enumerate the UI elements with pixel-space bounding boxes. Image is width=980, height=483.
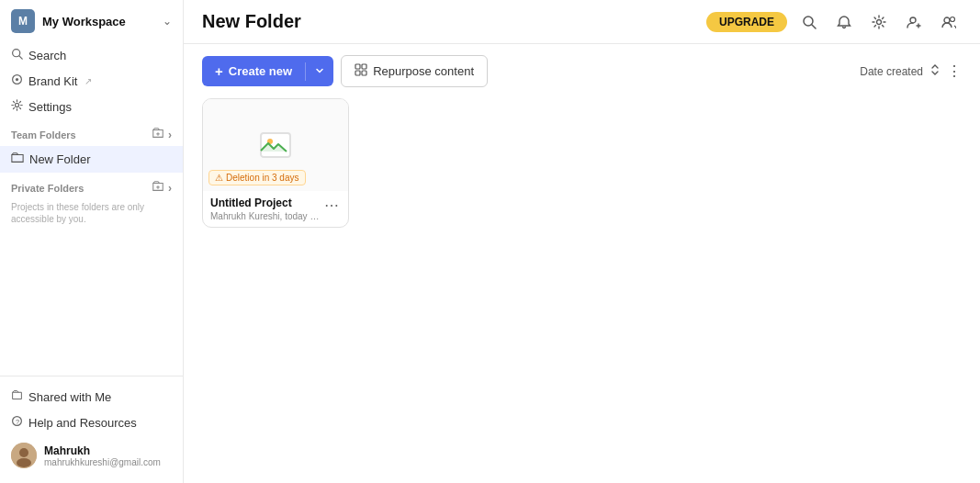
project-details: Untitled Project Mahrukh Kureshi, today … <box>210 197 322 221</box>
deletion-badge-text: Deletion in 3 days <box>226 173 299 183</box>
svg-rect-25 <box>362 71 366 75</box>
workspace-header[interactable]: M My Workspace ⌄ <box>0 0 183 42</box>
brand-kit-label: Brand Kit <box>28 74 77 88</box>
toolbar-left: + Create new Repurpose content <box>202 55 488 87</box>
create-new-button[interactable]: + Create new <box>202 56 333 86</box>
folder-icon <box>11 152 24 167</box>
toolbar-right: Date created ⋮ <box>860 62 962 80</box>
svg-point-17 <box>910 17 916 23</box>
help-label: Help and Resources <box>28 416 137 430</box>
plus-icon: + <box>215 63 223 79</box>
private-folders-label: Private Folders <box>11 183 84 194</box>
add-private-folder-icon[interactable] <box>152 180 164 196</box>
private-folders-section: Private Folders › <box>0 173 183 199</box>
shared-with-me-label: Shared with Me <box>28 390 111 404</box>
search-icon <box>11 48 23 62</box>
brand-kit-icon <box>11 73 23 88</box>
search-item[interactable]: Search <box>0 42 183 68</box>
svg-point-4 <box>15 103 18 107</box>
sort-label: Date created <box>860 65 923 78</box>
create-new-main[interactable]: + Create new <box>202 56 305 86</box>
sidebar-item-brand-kit[interactable]: Brand Kit ↗ <box>0 68 183 94</box>
user-info: Mahrukh mahrukhkureshi@gmail.com <box>44 444 161 467</box>
project-thumbnail: ⚠ Deletion in 3 days <box>203 99 348 191</box>
sidebar: M My Workspace ⌄ Search Brand Kit ↗ Sett… <box>0 0 184 483</box>
svg-point-12 <box>19 448 28 457</box>
svg-point-20 <box>944 17 950 23</box>
topbar: New Folder UPGRADE <box>184 0 980 44</box>
help-icon: ? <box>11 415 23 430</box>
repurpose-label: Repurpose content <box>373 64 474 78</box>
project-more-options-icon[interactable]: ⋯ <box>322 197 341 214</box>
new-folder-label: New Folder <box>29 152 90 166</box>
sidebar-bottom: Shared with Me ? Help and Resources Mahr… <box>0 376 183 483</box>
shared-with-me-icon <box>11 389 23 404</box>
chevron-down-icon: ⌄ <box>163 15 172 28</box>
upgrade-button[interactable]: UPGRADE <box>706 12 787 32</box>
settings-button[interactable] <box>866 9 892 35</box>
sidebar-item-new-folder[interactable]: New Folder <box>0 146 183 173</box>
create-new-label: Create new <box>229 64 292 78</box>
user-profile[interactable]: Mahrukh mahrukhkureshi@gmail.com <box>0 435 183 476</box>
private-folders-actions[interactable]: › <box>152 180 172 196</box>
search-button[interactable] <box>796 9 822 35</box>
svg-rect-24 <box>355 71 360 75</box>
project-info: Untitled Project Mahrukh Kureshi, today … <box>203 191 348 227</box>
content-area: ⚠ Deletion in 3 days Untitled Project Ma… <box>184 98 980 483</box>
svg-point-13 <box>17 458 31 467</box>
deletion-badge: ⚠ Deletion in 3 days <box>208 170 306 185</box>
more-options-icon[interactable]: ⋮ <box>947 62 962 80</box>
search-label: Search <box>28 49 66 62</box>
sort-direction-icon[interactable] <box>929 63 941 79</box>
svg-text:?: ? <box>16 418 19 426</box>
project-name: Untitled Project <box>210 197 322 209</box>
add-user-button[interactable] <box>901 9 927 35</box>
workspace-header-left: M My Workspace <box>11 9 126 33</box>
svg-point-21 <box>951 17 955 21</box>
notifications-button[interactable] <box>831 9 857 35</box>
private-folders-desc: Projects in these folders are only acces… <box>0 199 183 230</box>
svg-point-3 <box>16 78 18 81</box>
brand-kit-external-icon: ↗ <box>84 76 92 86</box>
topbar-actions: UPGRADE <box>706 9 962 35</box>
settings-label: Settings <box>28 100 72 114</box>
svg-point-16 <box>877 19 882 24</box>
team-folders-actions[interactable]: › <box>152 127 172 142</box>
page-title: New Folder <box>202 11 301 32</box>
repurpose-button[interactable]: Repurpose content <box>341 55 488 87</box>
warning-icon: ⚠ <box>215 173 223 183</box>
svg-rect-23 <box>362 64 366 69</box>
workspace-name: My Workspace <box>42 15 126 28</box>
svg-line-15 <box>812 25 816 28</box>
project-grid: ⚠ Deletion in 3 days Untitled Project Ma… <box>202 98 962 228</box>
repurpose-icon <box>355 63 367 79</box>
user-name: Mahrukh <box>44 444 161 457</box>
create-dropdown-arrow[interactable] <box>306 57 333 85</box>
sidebar-item-shared-with-me[interactable]: Shared with Me <box>0 384 183 410</box>
svg-line-1 <box>19 56 22 59</box>
people-button[interactable] <box>936 9 962 35</box>
settings-icon <box>11 99 23 114</box>
project-thumb-icon <box>257 127 294 163</box>
team-folders-section: Team Folders › <box>0 119 183 146</box>
more-private-folders-icon[interactable]: › <box>168 182 172 195</box>
user-email: mahrukhkureshi@gmail.com <box>44 457 161 467</box>
svg-rect-22 <box>355 64 360 69</box>
team-folders-label: Team Folders <box>11 129 76 140</box>
project-card[interactable]: ⚠ Deletion in 3 days Untitled Project Ma… <box>202 98 349 228</box>
sidebar-item-settings[interactable]: Settings <box>0 94 183 119</box>
more-team-folders-icon[interactable]: › <box>168 129 172 141</box>
main-content: New Folder UPGRADE + <box>184 0 980 483</box>
project-meta: Mahrukh Kureshi, today at 12:12a... <box>210 211 321 221</box>
sidebar-item-help[interactable]: ? Help and Resources <box>0 410 183 435</box>
avatar <box>11 443 37 468</box>
add-folder-icon[interactable] <box>152 127 164 142</box>
toolbar: + Create new Repurpose content Date crea… <box>184 44 980 98</box>
workspace-avatar: M <box>11 9 35 33</box>
